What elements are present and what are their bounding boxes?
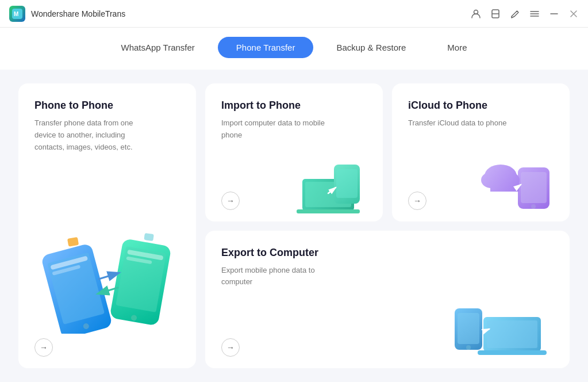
svg-rect-20 xyxy=(336,169,358,198)
tab-more[interactable]: More xyxy=(429,37,485,58)
edit-icon[interactable] xyxy=(510,9,520,19)
card-export-desc: Export mobile phone data to computer xyxy=(221,265,325,289)
nav-bar: WhatsApp Transfer Phone Transfer Backup … xyxy=(0,28,588,70)
card-import-title: Import to Phone xyxy=(221,100,367,112)
icloud-illustration xyxy=(478,150,564,216)
content-grid: Phone to Phone Transfer phone data from … xyxy=(0,70,588,382)
card-phone-to-phone-arrow[interactable]: → xyxy=(34,338,53,357)
card-phone-to-phone-title: Phone to Phone xyxy=(34,100,180,112)
tab-backup-restore[interactable]: Backup & Restore xyxy=(318,37,424,58)
card-import-desc: Import computer data to mobile phone xyxy=(221,117,325,142)
card-icloud-desc: Transfer iCloud data to phone xyxy=(408,117,512,129)
svg-text:M: M xyxy=(14,11,18,17)
card-import-arrow[interactable]: → xyxy=(221,192,240,210)
svg-rect-32 xyxy=(458,313,479,344)
phone-to-phone-illustration xyxy=(18,213,196,334)
bookmark-icon[interactable] xyxy=(490,9,501,19)
tab-phone-transfer[interactable]: Phone Transfer xyxy=(218,37,314,58)
svg-rect-29 xyxy=(487,320,537,348)
card-icloud-to-phone[interactable]: iCloud to Phone Transfer iCloud data to … xyxy=(392,83,570,221)
minimize-button[interactable] xyxy=(549,9,559,19)
svg-rect-22 xyxy=(521,172,547,203)
app-icon: M xyxy=(9,6,25,22)
window-controls xyxy=(471,9,579,19)
card-export-title: Export to Computer xyxy=(221,247,554,259)
svg-point-33 xyxy=(466,345,471,350)
close-button[interactable] xyxy=(568,9,579,19)
svg-rect-30 xyxy=(478,350,547,355)
card-icloud-title: iCloud to Phone xyxy=(408,100,554,112)
export-illustration xyxy=(449,291,552,362)
card-phone-to-phone-desc: Transfer phone data from one device to a… xyxy=(34,117,138,153)
svg-rect-27 xyxy=(490,180,519,192)
app-title: Wondershare MobileTrans xyxy=(31,9,125,18)
card-icloud-arrow[interactable]: → xyxy=(408,192,426,210)
svg-point-23 xyxy=(531,204,536,209)
card-phone-to-phone[interactable]: Phone to Phone Transfer phone data from … xyxy=(18,83,196,368)
svg-rect-18 xyxy=(297,209,360,213)
card-export-to-computer[interactable]: Export to Computer Export mobile phone d… xyxy=(205,231,570,369)
import-illustration xyxy=(291,150,377,216)
title-bar: M Wondershare MobileTrans xyxy=(0,0,588,28)
title-bar-left: M Wondershare MobileTrans xyxy=(9,6,125,22)
menu-icon[interactable] xyxy=(529,9,540,19)
svg-rect-14 xyxy=(67,237,79,247)
card-export-arrow[interactable]: → xyxy=(221,338,240,357)
tab-whatsapp-transfer[interactable]: WhatsApp Transfer xyxy=(102,37,213,58)
svg-rect-15 xyxy=(144,233,154,241)
user-icon[interactable] xyxy=(471,9,481,19)
card-import-to-phone[interactable]: Import to Phone Import computer data to … xyxy=(205,83,383,221)
